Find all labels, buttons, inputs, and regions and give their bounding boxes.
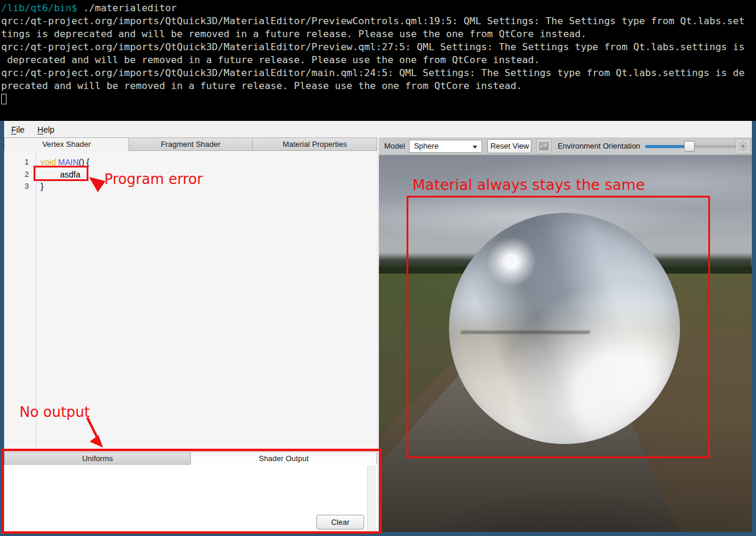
model-label: Model [384, 142, 405, 150]
annotation-arrow-no-output [82, 416, 112, 450]
model-dropdown[interactable]: Sphere [409, 140, 482, 153]
slider-handle[interactable] [684, 141, 695, 152]
model-dropdown-value: Sphere [414, 142, 438, 150]
screen: /lib/qt6/bin$ ./materialeditor qrc:/qt-p… [0, 0, 756, 536]
annotation-box-program-error [34, 166, 88, 181]
sun-icon [738, 141, 748, 152]
terminal-cursor-line [1, 93, 755, 106]
line-number: 1 [4, 156, 36, 169]
tab-fragment-shader[interactable]: Fragment Shader [128, 137, 253, 151]
environment-image-button[interactable] [536, 139, 552, 154]
code-line-3: } [41, 180, 89, 193]
annotation-text-material: Material always stays the same [412, 176, 645, 193]
line-number: 2 [4, 169, 36, 181]
reset-view-button[interactable]: Reset View [487, 139, 531, 153]
terminal-command: ./materialeditor [77, 2, 177, 14]
annotation-box-material [407, 196, 710, 458]
tab-vertex-shader[interactable]: Vertex Shader [4, 137, 128, 151]
terminal-line: qrc:/qt-project.org/imports/QtQuick3D/Ma… [1, 41, 755, 54]
annotation-box-no-output [1, 449, 382, 534]
preview-toolbar: Model Sphere Reset View Environment Orie… [379, 137, 752, 155]
terminal-line: qrc:/qt-project.org/imports/QtQuick3D/Ma… [1, 15, 755, 28]
line-number: 3 [4, 180, 36, 193]
terminal-line: tings is deprecated and will be removed … [1, 28, 755, 41]
terminal-cursor [1, 94, 6, 104]
light-toggle-button[interactable] [735, 139, 751, 154]
image-icon [539, 142, 549, 150]
annotation-text-program-error: Program error [104, 171, 203, 188]
terminal-prompt: /lib/qt6/bin$ [1, 2, 77, 14]
annotation-text-no-output: No output [19, 404, 90, 420]
terminal-prompt-line: /lib/qt6/bin$ ./materialeditor [1, 2, 755, 15]
environment-orientation-label: Environment Orientation [557, 142, 640, 150]
terminal-line: precated and will be removed in a future… [1, 80, 755, 93]
menu-help[interactable]: Help [38, 125, 55, 134]
shader-tab-bar: Vertex Shader Fragment Shader Material P… [4, 137, 377, 151]
terminal-line: deprecated and will be removed in a futu… [1, 54, 755, 67]
tab-material-properties[interactable]: Material Properties [252, 137, 377, 151]
chevron-down-icon [473, 146, 477, 149]
menu-file[interactable]: File [11, 125, 25, 134]
terminal[interactable]: /lib/qt6/bin$ ./materialeditor qrc:/qt-p… [0, 0, 756, 121]
terminal-line: qrc:/qt-project.org/imports/QtQuick3D/Ma… [1, 67, 755, 80]
environment-orientation-slider[interactable] [645, 141, 741, 152]
menubar: File Help [4, 121, 752, 137]
